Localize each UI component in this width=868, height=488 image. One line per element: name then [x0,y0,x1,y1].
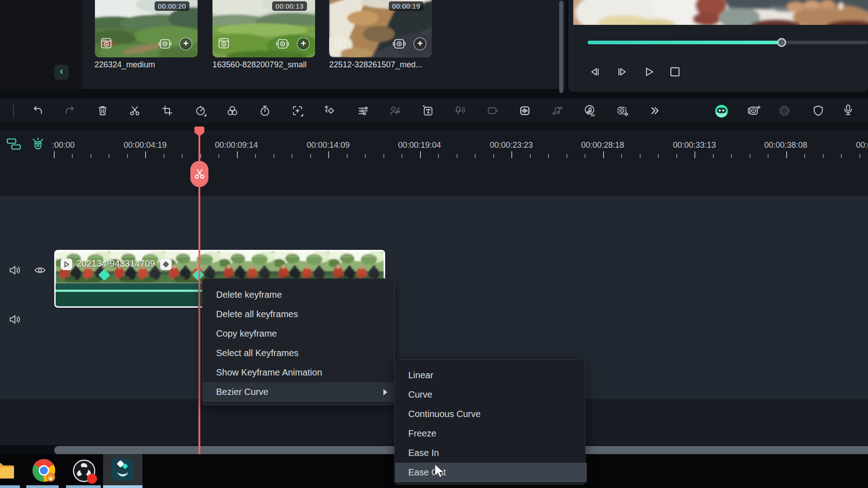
svg-text:AI: AI [591,113,595,117]
